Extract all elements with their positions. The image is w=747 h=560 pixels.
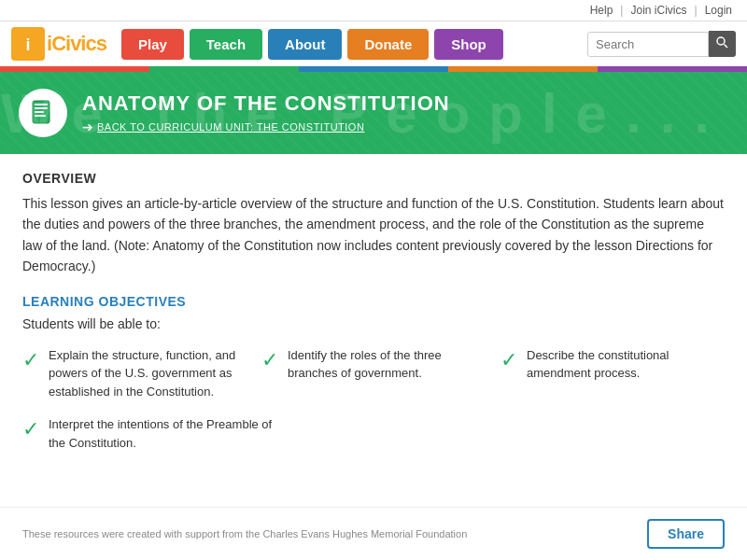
objectives-row2: ✓ Interpret the intentions of the Preamb… — [22, 415, 725, 452]
objectives-section-title: LEARNING OBJECTIVES — [22, 294, 725, 309]
svg-rect-6 — [35, 107, 48, 109]
join-link[interactable]: Join iCivics — [630, 4, 686, 17]
login-link[interactable]: Login — [705, 4, 732, 17]
objective-text-2: Identify the roles of the three branches… — [288, 346, 486, 383]
svg-rect-8 — [35, 115, 46, 117]
play-button[interactable]: Play — [121, 29, 184, 60]
constitution-icon — [29, 99, 57, 127]
students-intro: Students will be able to: — [22, 316, 725, 331]
search-area — [587, 31, 736, 57]
about-button[interactable]: About — [268, 29, 342, 60]
search-button[interactable] — [709, 31, 736, 57]
objective-text-1: Explain the structure, function, and pow… — [49, 346, 247, 401]
svg-text:i: i — [25, 35, 30, 54]
main-content: OVERVIEW This lesson gives an article-by… — [0, 154, 747, 487]
objective-text-3: Describe the constitutional amendment pr… — [527, 346, 725, 383]
donate-button[interactable]: Donate — [347, 29, 429, 60]
search-input[interactable] — [587, 32, 709, 57]
share-button[interactable]: Share — [647, 519, 725, 549]
footer: These resources were created with suppor… — [0, 507, 747, 560]
hero-icon — [19, 89, 67, 137]
check-icon-4: ✓ — [22, 417, 39, 441]
main-nav: Play Teach About Donate Shop — [121, 29, 587, 60]
overview-text: This lesson gives an article-by-article … — [22, 193, 725, 277]
hero-text: ANATOMY OF THE CONSTITUTION ➔ BACK TO CU… — [82, 91, 450, 134]
logo-svg: i — [15, 31, 41, 57]
separator-2: | — [695, 4, 698, 17]
help-link[interactable]: Help — [590, 4, 613, 17]
objective-item-2: ✓ Identify the roles of the three branch… — [261, 346, 486, 401]
logo[interactable]: i iCivics — [11, 27, 106, 61]
objective-item-4: ✓ Interpret the intentions of the Preamb… — [22, 415, 284, 452]
teach-button[interactable]: Teach — [190, 29, 262, 60]
objective-item-3: ✓ Describe the constitutional amendment … — [500, 346, 725, 401]
objectives-grid: ✓ Explain the structure, function, and p… — [22, 346, 725, 401]
logo-text: iCivics — [47, 32, 106, 56]
separator-1: | — [620, 4, 623, 17]
shop-button[interactable]: Shop — [434, 29, 503, 60]
overview-section-title: OVERVIEW — [22, 171, 725, 186]
check-icon-3: ✓ — [500, 348, 517, 372]
footer-credits: These resources were created with suppor… — [22, 528, 467, 539]
svg-rect-7 — [35, 111, 44, 113]
logo-civics: Civics — [51, 32, 106, 55]
hero-back-link[interactable]: ➔ BACK TO CURRICULUM UNIT: THE CONSTITUT… — [82, 119, 450, 134]
check-icon-2: ✓ — [261, 348, 278, 372]
top-bar: Help | Join iCivics | Login — [0, 0, 747, 21]
svg-rect-5 — [35, 104, 48, 105]
check-icon-1: ✓ — [22, 348, 39, 372]
hero-title: ANATOMY OF THE CONSTITUTION — [82, 91, 450, 116]
svg-line-3 — [725, 45, 728, 49]
hero-banner: ANATOMY OF THE CONSTITUTION ➔ BACK TO CU… — [0, 72, 747, 154]
objective-text-4: Interpret the intentions of the Preamble… — [49, 415, 284, 452]
svg-point-2 — [717, 37, 725, 45]
back-arrow-icon: ➔ — [82, 119, 93, 134]
objective-item-1: ✓ Explain the structure, function, and p… — [22, 346, 247, 401]
search-icon — [716, 36, 728, 49]
logo-icon: i — [11, 27, 45, 61]
back-link[interactable]: BACK TO CURRICULUM UNIT: THE CONSTITUTIO… — [97, 121, 364, 133]
overview-text-content: This lesson gives an article-by-article … — [22, 196, 724, 273]
header: i iCivics Play Teach About Donate Shop — [0, 21, 747, 66]
